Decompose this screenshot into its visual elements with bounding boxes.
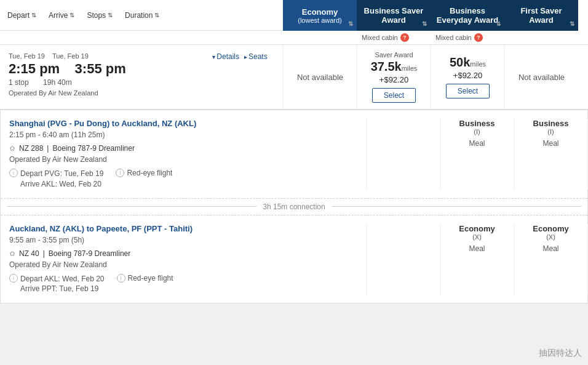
business-everyday-column-header: Business Everyday Award ⇅ [431,0,504,31]
connection-line-right [332,206,581,207]
business-everyday-miles: 50kmiles [450,55,486,70]
flight-stops: 1 stop 19h 40m [9,78,188,87]
connection-line-left [7,206,256,207]
mixed-cabin-left-spacer [0,31,357,44]
economy-price: Not available [283,45,357,109]
first-saver-sort-arrow: ⇅ [570,20,574,27]
details-panel: Shanghai (PVG - Pu Dong) to Auckland, NZ… [0,110,588,303]
segment-1-operated: Operated By Air New Zealand [9,155,354,164]
mixed-cabin-business-everyday: Mixed cabin ? [431,31,504,44]
economy-sort-arrow: ⇅ [348,20,353,27]
flight-info: Tue, Feb 19 Tue, Feb 19 2:15 pm 3:55 pm … [0,45,197,109]
segment-1-depart-arrive: i Depart PVG: Tue, Feb 19 Arrive AKL: We… [9,169,354,190]
segment-1: Shanghai (PVG - Pu Dong) to Auckland, NZ… [1,110,587,199]
depart-sort-icon: ⇅ [31,12,36,18]
first-saver-price: Not available [504,45,578,109]
segment-1-depart: i Depart PVG: Tue, Feb 19 Arrive AKL: We… [9,169,103,190]
segment-2-info: Auckland, NZ (AKL) to Papeete, PF (PPT -… [9,224,366,295]
business-everyday-select-button[interactable]: Select [446,84,490,98]
star-icon-1: ✩ [9,144,15,153]
segment-1-route: Shanghai (PVG - Pu Dong) to Auckland, NZ… [9,119,354,128]
details-button[interactable]: Details [212,52,239,61]
business-saver-price: Saver Award 37.5kmiles +$92.20 Select [357,45,431,109]
business-saver-select-button[interactable]: Select [372,88,416,103]
segment-2-aircraft: ✩ NZ 40 | Boeing 787-9 Dreamliner [9,249,354,258]
first-saver-column-header: First Saver Award ⇅ [504,0,578,31]
business-saver-miles: 37.5kmiles [371,60,418,74]
duration-sort-icon: ⇅ [154,12,159,18]
business-everyday-price: 50kmiles +$92.20 Select [431,45,504,109]
flight-times: 2:15 pm 3:55 pm [9,61,188,77]
arrive-sort[interactable]: Arrive ⇅ [49,11,74,20]
business-saver-sort-arrow: ⇅ [422,20,427,27]
segment-2: Auckland, NZ (AKL) to Papeete, PF (PPT -… [1,215,587,303]
segment-2-route: Auckland, NZ (AKL) to Papeete, PF (PPT -… [9,224,354,233]
segment-2-redeye: i Red-eye flight [117,274,173,295]
redeye2-info-icon: i [117,274,125,283]
mixed-cabin-business-saver: Mixed cabin ? [357,31,431,44]
header-row: Depart ⇅ Arrive ⇅ Stops ⇅ Duration ⇅ Eco… [0,0,588,31]
star-icon-2: ✩ [9,249,15,258]
segment-1-aircraft: ✩ NZ 288 | Boeing 787-9 Dreamliner [9,144,354,153]
segment-2-cabin-everyday: Economy (X) Meal [514,224,587,295]
business-saver-column-header: Business Saver Award ⇅ [357,0,431,31]
flight-search-results: Depart ⇅ Arrive ⇅ Stops ⇅ Duration ⇅ Eco… [0,0,588,303]
depart-info-icon: i [9,169,18,177]
stops-sort-icon: ⇅ [108,12,113,18]
mixed-cabin-row: Mixed cabin ? Mixed cabin ? [0,31,588,45]
sort-controls: Depart ⇅ Arrive ⇅ Stops ⇅ Duration ⇅ [0,0,283,31]
segment-2-depart: i Depart AKL: Wed, Feb 20 Arrive PPT: Tu… [9,274,105,295]
segment-2-depart-arrive: i Depart AKL: Wed, Feb 20 Arrive PPT: Tu… [9,274,354,295]
mixed-cabin-info-icon-1[interactable]: ? [400,33,409,42]
segment-1-cabin-saver: Business (I) Meal [440,119,514,190]
duration-sort[interactable]: Duration ⇅ [125,11,159,20]
connection-info: 3h 15m connection [1,199,587,215]
depart-sort[interactable]: Depart ⇅ [7,11,36,20]
segment-2-operated: Operated By Air New Zealand [9,260,354,269]
segment-1-redeye: i Red-eye flight [116,169,172,190]
segment-2-cabin-saver: Economy (X) Meal [440,224,514,295]
operated-by: Operated By Air New Zealand [9,89,188,97]
depart2-info-icon: i [9,274,18,283]
stops-sort[interactable]: Stops ⇅ [87,11,113,20]
flight-dates: Tue, Feb 19 Tue, Feb 19 [9,52,188,60]
segment-1-info: Shanghai (PVG - Pu Dong) to Auckland, NZ… [9,119,366,190]
segment-2-time-range: 9:55 am - 3:55 pm (5h) [9,236,354,244]
arrive-sort-icon: ⇅ [70,12,74,18]
segment-1-time-range: 2:15 pm - 6:40 am (11h 25m) [9,130,354,139]
flight-controls: Details Seats [197,45,283,109]
seats-button[interactable]: Seats [244,52,268,61]
flight-result-row: Tue, Feb 19 Tue, Feb 19 2:15 pm 3:55 pm … [0,45,588,110]
mixed-cabin-first-spacer [504,31,578,44]
segment-1-cabin-everyday: Business (I) Meal [514,119,587,190]
mixed-cabin-info-icon-2[interactable]: ? [474,33,483,42]
economy-column-header: Economy (lowest award) ⇅ [283,0,357,31]
business-everyday-sort-arrow: ⇅ [496,20,501,27]
redeye-info-icon: i [116,169,124,177]
